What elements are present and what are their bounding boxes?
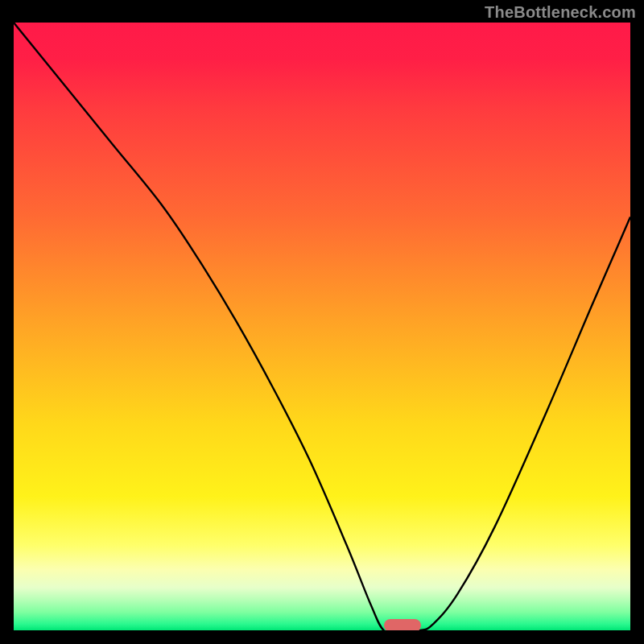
plot-area: [14, 23, 630, 630]
watermark-text: TheBottleneck.com: [485, 3, 636, 22]
bottleneck-curve: [14, 23, 630, 630]
chart-frame: TheBottleneck.com: [0, 0, 644, 644]
curve-path: [14, 23, 630, 630]
optimal-range-marker: [384, 619, 421, 630]
